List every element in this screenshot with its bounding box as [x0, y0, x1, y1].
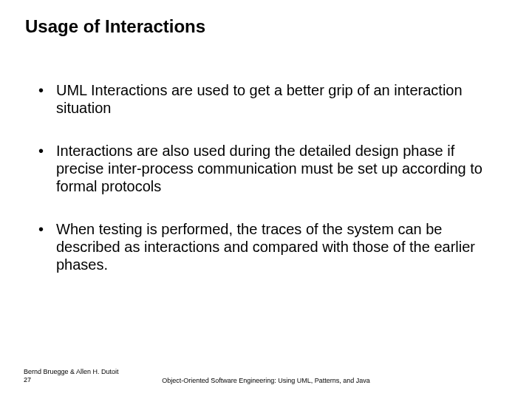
footer-authors: Bernd Bruegge & Allen H. Dutoit: [24, 368, 119, 376]
bullet-list: UML Interactions are used to get a bette…: [38, 81, 502, 273]
bullet-item: Interactions are also used during the de…: [38, 142, 502, 195]
slide: Usage of Interactions UML Interactions a…: [0, 0, 532, 399]
slide-content: UML Interactions are used to get a bette…: [38, 81, 502, 299]
bullet-item: When testing is performed, the traces of…: [38, 220, 502, 273]
bullet-item: UML Interactions are used to get a bette…: [38, 81, 502, 117]
footer-book-title: Object-Oriented Software Engineering: Us…: [0, 377, 532, 384]
slide-title: Usage of Interactions: [25, 16, 205, 37]
